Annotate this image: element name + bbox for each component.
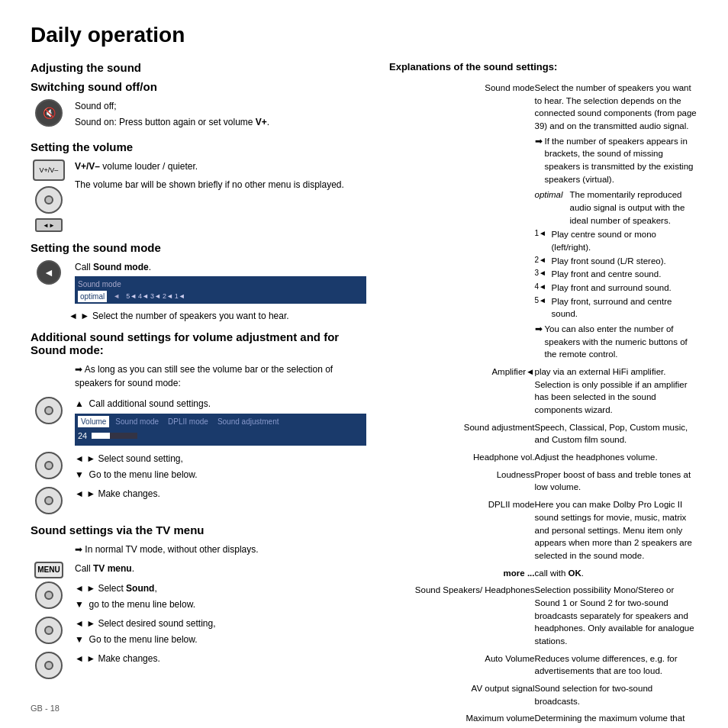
def-def-more: call with OK. (535, 565, 698, 583)
def-def-loudness: Proper boost of bass and treble tones at… (535, 467, 698, 497)
volume-tab-soundadj: Sound adjustment (214, 416, 282, 427)
definitions-table: Sound mode Select the number of speakers… (389, 80, 697, 728)
sound-mode-instruction: ◄ ► Select the number of speakers you wa… (69, 311, 366, 321)
def-row-av-output: AV output signal Sound selection for two… (389, 681, 697, 710)
def-def-av-output: Sound selection for two-sound broadcasts… (535, 681, 698, 710)
tv-menu-dial2 (31, 617, 67, 644)
def-row-auto-volume: Auto Volume Reduces volume differences, … (389, 651, 697, 681)
right-column: Explanations of the sound settings: Soun… (389, 61, 697, 728)
volume-icon-bottom: ◄► (35, 218, 63, 232)
def-def-dplii: Here you can make Dolby Pro Logic II sou… (535, 497, 698, 565)
tv-menu-dial3 (31, 652, 67, 679)
tv-menu-steps2: ◄ ► Select desired sound setting, ▼ Go t… (75, 617, 366, 649)
def-def-amplifier: play via an external HiFi amplifier. Sel… (535, 364, 698, 420)
sound-mode-button-icon: ◄ (37, 260, 61, 285)
def-row-max-volume: Maximum volume Determining the maximum v… (389, 710, 697, 728)
subsection-switching-sound: Switching sound off/on 🔇 Sound off; Soun… (31, 80, 366, 131)
switching-sound-title: Switching sound off/on (31, 80, 366, 93)
volume-dial-icon (35, 186, 63, 214)
tv-menu-title: Sound settings via the TV menu (31, 523, 366, 536)
subsection-additional-sound: Additional sound settings for volume adj… (31, 330, 366, 514)
def-row-sound-mode: Sound mode Select the number of speakers… (389, 80, 697, 364)
sound-mode-subitems: optimal The momentarily reproduced audio… (535, 188, 698, 321)
sound-mode-title: Setting the sound mode (31, 241, 366, 254)
def-row-amplifier: Amplifier◄ play via an external HiFi amp… (389, 364, 697, 420)
def-term-dplii: DPLII mode (389, 497, 535, 565)
section-title-adjusting: Adjusting the sound (31, 61, 366, 74)
volume-icon-top: V+/V– (33, 159, 65, 181)
page-footer: GB - 18 (31, 704, 60, 713)
volume-icon-area: V+/V– ◄► (31, 159, 67, 232)
left-column: Adjusting the sound Switching sound off/… (31, 61, 366, 728)
tv-menu-steps3: ◄ ► Make changes. (75, 652, 366, 668)
additional-sound-instructions: ◄ ► Select sound setting, ▼ Go to the me… (75, 452, 366, 484)
menu-button-icon: MENU (34, 562, 63, 578)
dial-icon-1 (35, 397, 63, 424)
volume-title: Setting the volume (31, 140, 366, 153)
note-arrow-1: ➡ (535, 135, 543, 148)
tv-menu-dial1 (31, 581, 67, 609)
tv-menu-call: Call TV menu. (75, 562, 366, 578)
def-row-more: more ... call with OK. (389, 565, 697, 583)
sound-mode-icon-area: ◄ (31, 260, 67, 285)
subsection-tv-menu: Sound settings via the TV menu ➡ In norm… (31, 523, 366, 679)
def-def-max-vol: Determining the maximum volume that can … (535, 710, 698, 728)
tv-dial-icon-3 (35, 652, 63, 679)
sound-mode-ui-bar: Sound mode optimal ◄ 5◄ 4◄ 3◄ 2◄ 1◄ (75, 276, 366, 304)
def-term-sound-adj: Sound adjustment (389, 420, 535, 449)
def-row-loudness: Loudness Proper boost of bass and treble… (389, 467, 697, 497)
def-def-speakers: Selection possibility Mono/Stereo or Sou… (535, 582, 698, 650)
volume-tab-volume: Volume (78, 416, 109, 427)
def-row-sound-adjustment: Sound adjustment Speech, Classical, Pop,… (389, 420, 697, 449)
tv-dial-icon-1 (35, 581, 63, 609)
subsection-sound-mode: Setting the sound mode ◄ Call Sound mode… (31, 241, 366, 321)
volume-ui-bar: Volume Sound mode DPLII mode Sound adjus… (75, 414, 366, 446)
note-arrow-2: ➡ (535, 323, 543, 336)
def-term-sound-mode: Sound mode (389, 80, 535, 364)
def-def-sound-adj: Speech, Classical, Pop, Custom music, an… (535, 420, 698, 449)
volume-number: 24 (78, 430, 87, 443)
def-def-headphone: Adjust the headphones volume. (535, 449, 698, 467)
def-def-sound-mode: Select the number of speakers you want t… (535, 80, 698, 364)
tv-menu-note: ➡ In normal TV mode, without other displ… (75, 543, 366, 559)
sound-mode-text: Call Sound mode. Sound mode optimal ◄ 5◄… (75, 260, 366, 306)
right-section-title: Explanations of the sound settings: (389, 61, 697, 72)
additional-sound-title: Additional sound settings for volume adj… (31, 330, 366, 356)
page-title: Daily operation (31, 23, 697, 47)
dial-icon-3 (35, 487, 63, 514)
def-term-av-output: AV output signal (389, 681, 535, 710)
subsection-volume: Setting the volume V+/V– ◄► V+/V– volume… (31, 140, 366, 232)
def-row-dplii: DPLII mode Here you can make Dolby Pro L… (389, 497, 697, 565)
def-term-speakers: Sound Speakers/ Headphones (389, 582, 535, 650)
volume-bar (92, 433, 137, 439)
dial-icon-2 (35, 452, 63, 479)
switching-sound-text: Sound off; Sound on: Press button again … (75, 99, 366, 131)
volume-text: V+/V– volume louder / quieter. The volum… (75, 159, 366, 194)
tv-dial-icon-2 (35, 617, 63, 644)
def-def-auto-vol: Reduces volume differences, e.g. for adv… (535, 651, 698, 681)
additional-sound-dial1 (31, 397, 67, 424)
def-term-amplifier: Amplifier◄ (389, 364, 535, 420)
additional-sound-dial3 (31, 487, 67, 514)
make-changes-1: ◄ ► Make changes. (75, 487, 366, 514)
mute-icon-area: 🔇 (31, 99, 67, 127)
tv-menu-steps1: ◄ ► Select Sound, ▼ go to the menu line … (75, 581, 366, 614)
additional-sound-note: ➡ As long as you can still see the volum… (75, 362, 366, 392)
menu-button-area: MENU (31, 562, 67, 578)
additional-sound-call: ▲ Call additional sound settings. Volume… (75, 397, 366, 449)
def-term-more: more ... (389, 565, 535, 583)
def-term-loudness: Loudness (389, 467, 535, 497)
def-term-auto-vol: Auto Volume (389, 651, 535, 681)
volume-tab-soundmode: Sound mode (112, 416, 162, 427)
def-row-headphone-vol: Headphone vol. Adjust the headphones vol… (389, 449, 697, 467)
additional-sound-dial2 (31, 452, 67, 479)
def-term-headphone: Headphone vol. (389, 449, 535, 467)
mute-icon: 🔇 (35, 99, 63, 127)
def-row-sound-speakers: Sound Speakers/ Headphones Selection pos… (389, 582, 697, 650)
def-term-max-vol: Maximum volume (389, 710, 535, 728)
tv-menu-icon-placeholder (31, 543, 67, 559)
volume-tab-dplii: DPLII mode (165, 416, 211, 427)
